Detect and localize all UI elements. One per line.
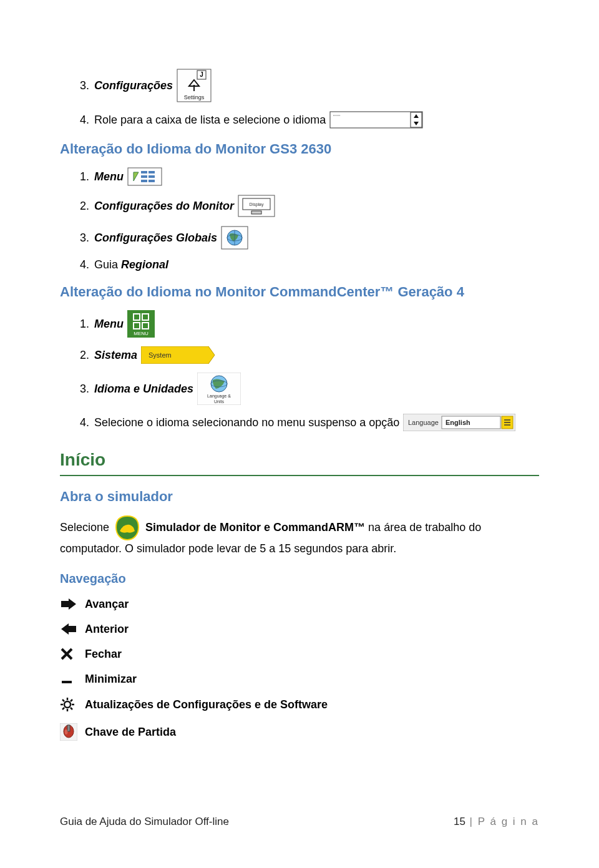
listbox-icon xyxy=(329,111,423,129)
selecione-before: Selecione xyxy=(60,521,112,534)
svg-point-53 xyxy=(64,701,71,708)
nav-anterior: Anterior xyxy=(60,622,539,636)
svg-text:Display: Display xyxy=(250,202,264,207)
lang-units-icon: Language & Units xyxy=(197,373,241,405)
heading-inicio: Início xyxy=(60,450,539,470)
nav-minimizar: Minimizar xyxy=(60,672,539,686)
svg-text:System: System xyxy=(149,351,172,359)
step-label: Menu xyxy=(94,170,124,183)
svg-rect-18 xyxy=(149,180,155,182)
heading-abra: Abra o simulador xyxy=(60,489,539,505)
svg-marker-49 xyxy=(61,623,76,635)
svg-rect-13 xyxy=(141,171,147,173)
globe-icon xyxy=(221,226,248,250)
step-num: 3. xyxy=(80,79,89,92)
step-label: Configurações Globais xyxy=(94,232,217,245)
svg-text:English: English xyxy=(446,419,470,426)
svg-text:Units: Units xyxy=(214,399,224,404)
minimize-icon xyxy=(60,672,85,686)
nav-label: Avançar xyxy=(85,598,129,611)
step-num: 3. xyxy=(80,383,89,396)
nav-label: Atualizações de Configurações e de Softw… xyxy=(85,698,328,711)
selecione-paragraph: Selecione Simulador de Monitor e Command… xyxy=(60,515,539,557)
nav-atualizacoes: Atualizações de Configurações e de Softw… xyxy=(60,697,539,712)
gs3-step-2: 2. Configurações do Monitor Display xyxy=(80,195,539,217)
step-label: Menu xyxy=(94,318,124,331)
step-num: 2. xyxy=(80,349,89,362)
step-label: Sistema xyxy=(94,349,137,362)
svg-line-59 xyxy=(71,708,72,710)
gs3-step-4: 4. Guia Regional xyxy=(80,258,539,271)
svg-line-58 xyxy=(62,700,64,701)
svg-point-65 xyxy=(65,729,68,734)
step-num: 1. xyxy=(80,170,89,183)
arrow-right-icon xyxy=(60,597,85,611)
step-label: Selecione o idioma selecionando no menu … xyxy=(94,416,399,429)
language-dropdown-icon: Language English xyxy=(403,414,515,431)
svg-text:MENU: MENU xyxy=(134,331,149,336)
svg-text:Language: Language xyxy=(408,419,439,426)
cc4-step-2: 2. Sistema System xyxy=(80,346,539,364)
svg-line-60 xyxy=(71,700,72,701)
nav-label: Anterior xyxy=(85,623,129,636)
footer-right: 15 | P á g i n a xyxy=(454,816,539,828)
gear-icon xyxy=(60,697,85,712)
display-config-icon: Display xyxy=(238,195,275,217)
heading-nav: Navegação xyxy=(60,572,539,586)
svg-text:J: J xyxy=(200,71,203,78)
step-num: 4. xyxy=(80,114,89,127)
step-num: 3. xyxy=(80,232,89,245)
system-tab-icon: System xyxy=(141,346,216,364)
menu-grid-icon xyxy=(127,167,162,186)
nav-label: Minimizar xyxy=(85,673,137,686)
step-label: Role para a caixa de lista e selecione o… xyxy=(94,114,326,127)
svg-rect-16 xyxy=(149,175,155,178)
heading-gs3: Alteração do Idioma do Monitor GS3 2630 xyxy=(60,141,539,157)
menu-green-icon: MENU xyxy=(127,310,155,338)
nav-label: Fechar xyxy=(85,648,122,661)
footer-left: Guia de Ajuda do Simulador Off-line xyxy=(60,816,229,828)
step-4-role: 4. Role para a caixa de lista e selecion… xyxy=(80,111,539,129)
svg-rect-14 xyxy=(149,171,155,173)
svg-text:Language &: Language & xyxy=(207,394,231,399)
nav-label: Chave de Partida xyxy=(85,726,176,739)
gs3-step-3: 3. Configurações Globais xyxy=(80,226,539,250)
key-red-icon xyxy=(60,723,85,741)
arrow-left-icon xyxy=(60,622,85,636)
svg-rect-6 xyxy=(330,112,422,128)
step-3-configuracoes: 3. Configurações J Settings xyxy=(80,69,539,102)
svg-rect-15 xyxy=(141,175,147,178)
cc4-step-3: 3. Idioma e Unidades Language & Units xyxy=(80,373,539,405)
svg-marker-48 xyxy=(61,598,76,610)
heading-cc4: Alteração do Idioma no Monitor CommandCe… xyxy=(60,284,539,300)
settings-icon: J Settings xyxy=(177,69,212,102)
svg-rect-64 xyxy=(67,725,70,731)
deere-logo-icon xyxy=(112,515,142,541)
svg-line-61 xyxy=(62,708,64,710)
step-label: Configurações do Monitor xyxy=(94,200,234,213)
cc4-step-1: 1. Menu MENU xyxy=(80,310,539,338)
nav-avancar: Avançar xyxy=(60,597,539,611)
step-label: Guia Regional xyxy=(94,258,168,271)
selecione-bold: Simulador de Monitor e CommandARM™ xyxy=(145,521,365,534)
heading-rule xyxy=(60,475,539,476)
svg-rect-52 xyxy=(62,681,72,683)
page-footer: Guia de Ajuda do Simulador Off-line 15 |… xyxy=(60,816,539,828)
nav-chave: Chave de Partida xyxy=(60,723,539,741)
svg-rect-22 xyxy=(251,211,261,214)
step-label: Idioma e Unidades xyxy=(94,383,193,396)
cc4-step-4: 4. Selecione o idioma selecionando no me… xyxy=(80,414,539,431)
svg-rect-17 xyxy=(141,180,147,182)
step-num: 4. xyxy=(80,416,89,429)
step-num: 1. xyxy=(80,318,89,331)
step-num: 4. xyxy=(80,258,89,271)
svg-text:Settings: Settings xyxy=(184,94,205,100)
gs3-step-1: 1. Menu xyxy=(80,167,539,186)
nav-fechar: Fechar xyxy=(60,647,539,661)
step-label: Configurações xyxy=(94,79,173,92)
step-num: 2. xyxy=(80,200,89,213)
close-icon xyxy=(60,647,85,661)
